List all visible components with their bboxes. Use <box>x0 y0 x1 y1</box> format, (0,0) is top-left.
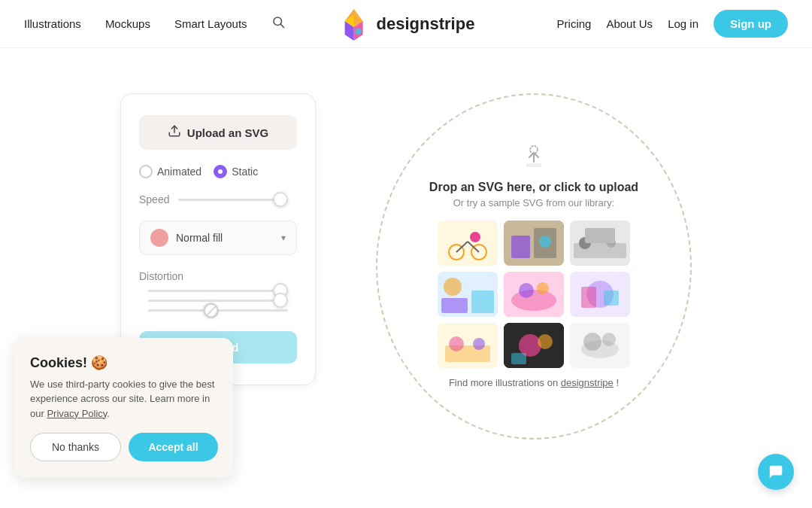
thumb-svg-3 <box>570 221 630 266</box>
logo-icon <box>338 8 371 41</box>
svg-rect-11 <box>438 221 498 266</box>
svg-point-20 <box>539 236 551 248</box>
svg-point-31 <box>511 290 556 311</box>
slider-row-3 <box>139 309 297 312</box>
sample-thumb-4[interactable] <box>438 272 498 317</box>
navbar: Illustrations Mockups Smart Layouts desi… <box>0 0 812 48</box>
svg-line-9 <box>207 306 216 315</box>
accept-all-button[interactable]: Accept all <box>129 433 218 461</box>
svg-rect-27 <box>441 298 468 313</box>
find-more-link[interactable]: designstripe <box>561 377 614 388</box>
animated-label: Animated <box>157 166 201 178</box>
cookie-text: We use third-party cookies to give the b… <box>30 377 218 421</box>
nav-left: Illustrations Mockups Smart Layouts <box>24 15 285 32</box>
slider-thumb-3[interactable] <box>203 303 218 318</box>
nav-link-pricing[interactable]: Pricing <box>557 17 592 30</box>
upload-svg-button[interactable]: Upload an SVG <box>139 115 297 150</box>
signup-button[interactable]: Sign up <box>714 10 788 38</box>
sample-thumb-8[interactable] <box>504 323 564 368</box>
drop-zone-subtitle: Or try a sample SVG from our library: <box>453 197 615 208</box>
svg-point-49 <box>602 333 616 346</box>
svg-rect-28 <box>471 291 494 313</box>
sample-thumb-3[interactable] <box>570 221 630 266</box>
svg-point-0 <box>274 17 282 26</box>
slider-track-3 <box>148 309 288 312</box>
sample-grid <box>438 221 630 368</box>
svg-point-40 <box>449 336 464 351</box>
upload-icon <box>168 124 181 141</box>
svg-line-1 <box>280 25 283 28</box>
speed-thumb[interactable] <box>273 192 288 207</box>
svg-point-32 <box>519 283 534 298</box>
no-thanks-button[interactable]: No thanks <box>30 433 121 461</box>
privacy-policy-link[interactable]: Privacy Policy <box>47 408 107 419</box>
thumb-svg-2 <box>504 221 564 266</box>
distortion-slider-row <box>139 290 297 292</box>
slider-track-2 <box>148 300 288 302</box>
thumb-svg-9 <box>570 323 630 368</box>
svg-point-6 <box>356 29 362 35</box>
upload-btn-label: Upload an SVG <box>187 126 268 139</box>
svg-point-16 <box>470 232 480 242</box>
static-label: Static <box>232 166 258 178</box>
sample-thumb-6[interactable] <box>570 272 630 317</box>
nav-right: Pricing About Us Log in Sign up <box>557 10 788 38</box>
chat-widget[interactable] <box>758 454 794 490</box>
svg-point-29 <box>444 278 462 296</box>
sample-thumb-2[interactable] <box>504 221 564 266</box>
color-dot <box>150 229 168 247</box>
svg-rect-36 <box>581 287 596 308</box>
color-select[interactable]: Normal fill ▾ <box>139 221 297 255</box>
thumb-svg-7 <box>438 323 498 368</box>
sample-thumb-9[interactable] <box>570 323 630 368</box>
svg-rect-45 <box>511 353 526 364</box>
drop-zone[interactable]: Drop an SVG here, or click to upload Or … <box>376 93 692 440</box>
nav-link-illustrations[interactable]: Illustrations <box>24 17 81 30</box>
blocked-icon <box>204 303 219 318</box>
nav-link-login[interactable]: Log in <box>668 17 698 30</box>
nav-link-mockups[interactable]: Mockups <box>105 17 150 30</box>
sample-thumb-5[interactable] <box>504 272 564 317</box>
cookie-buttons: No thanks Accept all <box>30 433 218 461</box>
logo[interactable]: designstripe <box>338 8 475 41</box>
find-more-prefix: Find more illustrations on <box>449 377 561 388</box>
speed-slider-row: Speed <box>139 193 297 205</box>
upload-arrow-icon <box>522 145 546 175</box>
slider-thumb-2[interactable] <box>273 293 288 308</box>
search-button[interactable] <box>271 15 285 32</box>
cookie-title: Cookies! 🍪 <box>30 354 218 371</box>
static-radio[interactable]: Static <box>214 165 258 178</box>
logo-text: designstripe <box>377 14 475 34</box>
cookie-banner: Cookies! 🍪 We use third-party cookies to… <box>15 338 233 479</box>
thumb-svg-6 <box>570 272 630 317</box>
animated-radio[interactable]: Animated <box>139 165 201 178</box>
distortion-track <box>148 290 288 292</box>
thumb-svg-5 <box>504 272 564 317</box>
svg-point-41 <box>473 338 485 350</box>
animated-radio-circle <box>139 165 153 178</box>
static-radio-circle <box>214 165 227 178</box>
svg-point-33 <box>537 282 549 294</box>
chevron-down-icon: ▾ <box>281 233 286 243</box>
svg-rect-25 <box>585 228 615 243</box>
sample-thumb-1[interactable] <box>438 221 498 266</box>
speed-track <box>178 199 288 201</box>
drop-zone-title: Drop an SVG here, or click to upload <box>429 181 638 194</box>
thumb-svg-1 <box>438 221 498 266</box>
svg-point-44 <box>538 334 553 349</box>
thumb-svg-4 <box>438 272 498 317</box>
find-more-text: Find more illustrations on designstripe … <box>449 377 619 388</box>
svg-rect-18 <box>511 236 530 258</box>
slider-row-2 <box>139 300 297 302</box>
speed-label: Speed <box>139 193 169 205</box>
thumb-svg-8 <box>504 323 564 368</box>
distortion-label: Distortion <box>139 270 297 282</box>
chat-icon <box>768 464 784 480</box>
find-more-suffix: ! <box>616 377 619 388</box>
nav-link-about[interactable]: About Us <box>606 17 653 30</box>
svg-rect-37 <box>604 291 619 306</box>
nav-link-smart-layouts[interactable]: Smart Layouts <box>174 17 247 30</box>
sample-thumb-7[interactable] <box>438 323 498 368</box>
animation-type-group: Animated Static <box>139 165 297 178</box>
color-label: Normal fill <box>176 232 274 244</box>
